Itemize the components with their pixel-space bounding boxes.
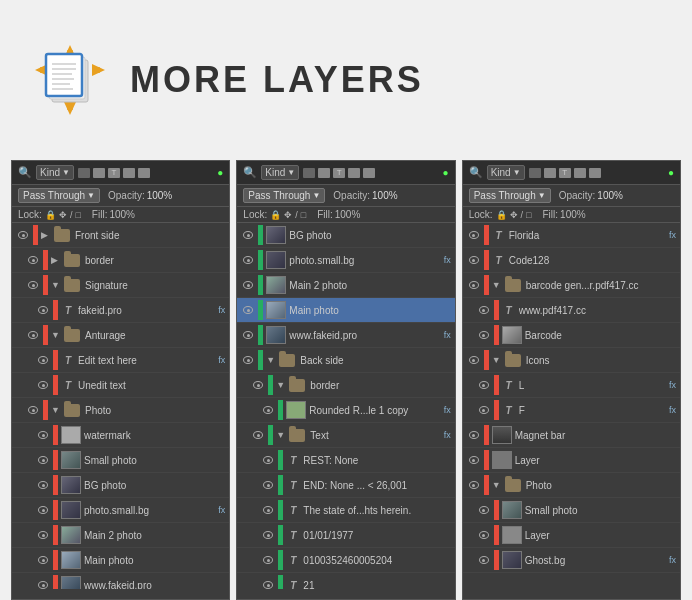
lock-icon[interactable]: 🔒: [270, 210, 281, 220]
visibility-toggle[interactable]: [241, 254, 255, 266]
visibility-toggle[interactable]: [261, 504, 275, 516]
visibility-toggle[interactable]: [467, 279, 481, 291]
visibility-toggle[interactable]: [36, 454, 50, 466]
visibility-toggle[interactable]: [477, 504, 491, 516]
lock-move-icon[interactable]: ✥: [510, 210, 518, 220]
layer-item[interactable]: Magnet bar: [463, 423, 680, 448]
layer-item[interactable]: ▼ Back side: [237, 348, 454, 373]
filter-shape-icon[interactable]: [348, 168, 360, 178]
kind-select-3[interactable]: Kind ▼: [487, 165, 525, 180]
lock-move-icon[interactable]: ✥: [284, 210, 292, 220]
lock-art-icon[interactable]: /: [521, 210, 524, 220]
visibility-toggle[interactable]: [477, 529, 491, 541]
filter-pixel-icon[interactable]: [529, 168, 541, 178]
filter-type-icon[interactable]: T: [108, 168, 120, 178]
visibility-toggle[interactable]: [477, 329, 491, 341]
visibility-toggle[interactable]: [467, 454, 481, 466]
layer-item[interactable]: Layer: [463, 448, 680, 473]
filter-type-icon[interactable]: T: [333, 168, 345, 178]
layer-item[interactable]: T 01/01/1977: [237, 523, 454, 548]
visibility-toggle[interactable]: [36, 479, 50, 491]
kind-select-1[interactable]: Kind ▼: [36, 165, 74, 180]
visibility-toggle[interactable]: [477, 554, 491, 566]
layer-item[interactable]: www.fakeid.pro: [12, 573, 229, 589]
visibility-toggle[interactable]: [241, 279, 255, 291]
filter-shape-icon[interactable]: [123, 168, 135, 178]
filter-adj-icon[interactable]: [318, 168, 330, 178]
visibility-toggle[interactable]: [467, 429, 481, 441]
visibility-toggle[interactable]: [251, 379, 265, 391]
visibility-toggle[interactable]: [26, 254, 40, 266]
visibility-toggle[interactable]: [36, 529, 50, 541]
lock-art-icon[interactable]: /: [70, 210, 73, 220]
lock-icon[interactable]: 🔒: [45, 210, 56, 220]
visibility-toggle[interactable]: [477, 404, 491, 416]
filter-smart-icon[interactable]: [138, 168, 150, 178]
layer-item[interactable]: T END: None ... < 26,001: [237, 473, 454, 498]
visibility-toggle[interactable]: [261, 454, 275, 466]
layer-item[interactable]: Barcode: [463, 323, 680, 348]
visibility-toggle[interactable]: [261, 579, 275, 589]
visibility-toggle[interactable]: [241, 354, 255, 366]
visibility-toggle[interactable]: [477, 379, 491, 391]
layer-item[interactable]: ▼ Photo: [463, 473, 680, 498]
layer-item[interactable]: ▼ Text fx: [237, 423, 454, 448]
layer-item[interactable]: Main 2 photo: [12, 523, 229, 548]
filter-pixel-icon[interactable]: [78, 168, 90, 178]
filter-pixel-icon[interactable]: [303, 168, 315, 178]
layer-item[interactable]: ▼ Photo: [12, 398, 229, 423]
layer-item[interactable]: ▼ Icons: [463, 348, 680, 373]
lock-pixel-icon[interactable]: □: [75, 210, 80, 220]
layer-item[interactable]: ▼ Signature: [12, 273, 229, 298]
layer-item[interactable]: Main 2 photo: [237, 273, 454, 298]
layer-item[interactable]: T REST: None: [237, 448, 454, 473]
visibility-toggle[interactable]: [241, 304, 255, 316]
visibility-toggle[interactable]: [261, 554, 275, 566]
filter-shape-icon[interactable]: [574, 168, 586, 178]
layer-item[interactable]: photo.small.bg fx: [12, 498, 229, 523]
visibility-toggle[interactable]: [36, 304, 50, 316]
visibility-toggle[interactable]: [241, 329, 255, 341]
visibility-toggle[interactable]: [477, 304, 491, 316]
layer-item[interactable]: T Florida fx: [463, 223, 680, 248]
layer-item[interactable]: T L fx: [463, 373, 680, 398]
visibility-toggle[interactable]: [467, 229, 481, 241]
lock-pixel-icon[interactable]: □: [526, 210, 531, 220]
visibility-toggle[interactable]: [261, 479, 275, 491]
blend-mode-3[interactable]: Pass Through ▼: [469, 188, 551, 203]
visibility-toggle[interactable]: [16, 229, 30, 241]
lock-art-icon[interactable]: /: [295, 210, 298, 220]
visibility-toggle[interactable]: [36, 429, 50, 441]
layer-item[interactable]: ▼ border: [237, 373, 454, 398]
layer-item[interactable]: ▼ Anturage: [12, 323, 229, 348]
layer-item[interactable]: Small photo: [12, 448, 229, 473]
visibility-toggle[interactable]: [26, 279, 40, 291]
visibility-toggle[interactable]: [36, 354, 50, 366]
visibility-toggle[interactable]: [36, 504, 50, 516]
layer-item[interactable]: Small photo: [463, 498, 680, 523]
layer-item[interactable]: Main photo: [237, 298, 454, 323]
visibility-toggle[interactable]: [36, 554, 50, 566]
visibility-toggle[interactable]: [26, 329, 40, 341]
layer-item[interactable]: ▼ barcode gen...r.pdf417.cc: [463, 273, 680, 298]
layer-item[interactable]: T Unedit text: [12, 373, 229, 398]
visibility-toggle[interactable]: [36, 379, 50, 391]
visibility-toggle[interactable]: [26, 404, 40, 416]
layer-item[interactable]: T fakeid.pro fx: [12, 298, 229, 323]
kind-select-2[interactable]: Kind ▼: [261, 165, 299, 180]
layer-item[interactable]: Layer: [463, 523, 680, 548]
layer-item[interactable]: photo.small.bg fx: [237, 248, 454, 273]
layer-item[interactable]: T The state of...hts herein.: [237, 498, 454, 523]
layer-item[interactable]: BG photo: [12, 473, 229, 498]
blend-mode-2[interactable]: Pass Through ▼: [243, 188, 325, 203]
layer-item[interactable]: T 21: [237, 573, 454, 589]
filter-smart-icon[interactable]: [363, 168, 375, 178]
layer-item[interactable]: Ghost.bg fx: [463, 548, 680, 573]
visibility-toggle[interactable]: [36, 579, 50, 589]
blend-mode-1[interactable]: Pass Through ▼: [18, 188, 100, 203]
filter-smart-icon[interactable]: [589, 168, 601, 178]
visibility-toggle[interactable]: [467, 479, 481, 491]
layer-item[interactable]: T Code128: [463, 248, 680, 273]
layer-item[interactable]: T www.pdf417.cc: [463, 298, 680, 323]
layer-item[interactable]: BG photo: [237, 223, 454, 248]
